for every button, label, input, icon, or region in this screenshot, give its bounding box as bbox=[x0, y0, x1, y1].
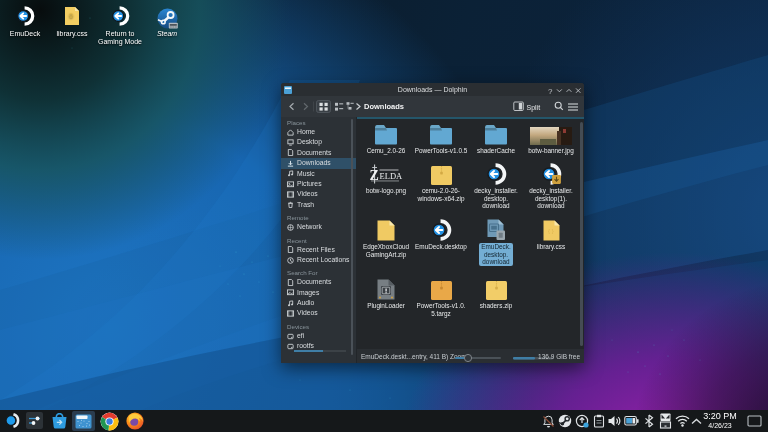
svg-text:Split: Split bbox=[527, 104, 541, 112]
svg-text:Z: Z bbox=[370, 168, 379, 183]
svg-text:{ }: { } bbox=[548, 228, 554, 234]
svg-text:ELDA: ELDA bbox=[380, 171, 404, 181]
svg-text:{}: {} bbox=[69, 12, 73, 18]
svg-text:?: ? bbox=[548, 86, 553, 95]
